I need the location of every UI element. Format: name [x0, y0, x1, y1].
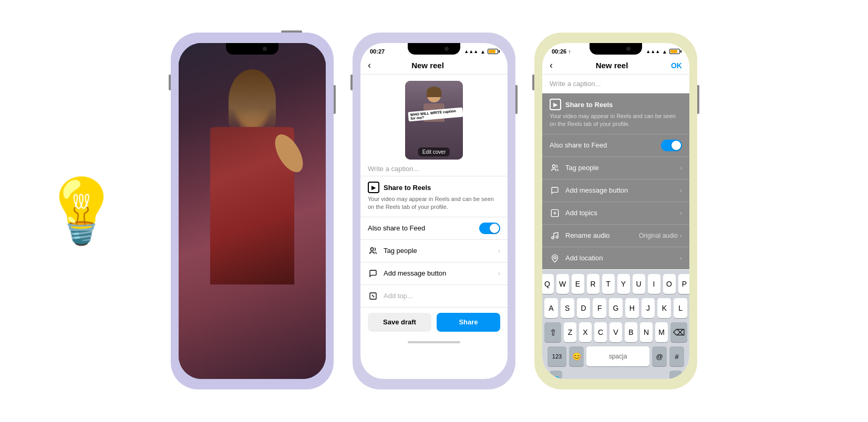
key-emoji[interactable]: 😊 [569, 346, 584, 366]
battery-icon-2 [488, 49, 498, 54]
side-button-left [169, 75, 171, 90]
key-J[interactable]: J [642, 298, 655, 318]
share-reels-section-3: ▶ Share to Reels Your video may appear i… [542, 93, 689, 134]
menu-item-topics-3[interactable]: Add topics › [542, 202, 689, 224]
key-row-5: 🌐 🎤 [544, 371, 687, 379]
caption-input-3[interactable]: Write a caption... [542, 75, 689, 93]
menu-item-tag-3[interactable]: Tag people › [542, 156, 689, 179]
phone1-wrapper [171, 33, 334, 389]
key-X[interactable]: X [579, 322, 592, 342]
toggle-row-3[interactable]: Also share to Feed [542, 134, 689, 156]
video-thumbnail-2[interactable]: WHO WILL WRITE caption for me? Edit cove… [405, 81, 463, 160]
partial-label: Add top... [384, 292, 413, 300]
audio-icon-3 [550, 230, 560, 241]
side-button-left-3 [532, 75, 534, 90]
tag-people-label-3: Tag people [565, 164, 599, 172]
key-S[interactable]: S [561, 298, 574, 318]
key-A[interactable]: A [544, 298, 558, 318]
key-U[interactable]: U [633, 274, 645, 294]
options-section-3: ▶ Share to Reels Your video may appear i… [542, 93, 689, 269]
key-V[interactable]: V [609, 322, 622, 342]
back-button-2[interactable]: ‹ [368, 60, 371, 71]
battery-fill-3 [670, 50, 677, 53]
battery-icon-3 [669, 49, 680, 54]
notch2 [408, 43, 460, 55]
key-hash[interactable]: # [669, 346, 684, 366]
share-reels-desc-3: Your video may appear in Reels and can b… [550, 112, 682, 129]
menu-item-msg-2[interactable]: Add message button › [360, 262, 508, 284]
key-globe[interactable]: 🌐 [550, 371, 562, 379]
key-Q[interactable]: Q [542, 274, 554, 294]
lightbulb-emoji: 💡 [42, 174, 121, 248]
audio-right: Original audio › [639, 232, 682, 239]
caption-area-2[interactable]: Write a caption... [360, 160, 508, 176]
chevron-msg-2: › [498, 270, 500, 277]
phone1-frame [171, 33, 334, 389]
back-button-3[interactable]: ‹ [550, 60, 553, 71]
key-123[interactable]: 123 [547, 346, 566, 366]
key-B[interactable]: B [625, 322, 637, 342]
edit-cover-button[interactable]: Edit cover [418, 147, 450, 156]
msg-btn-icon-2 [368, 268, 378, 279]
camera-dot2 [445, 47, 449, 51]
key-Z[interactable]: Z [564, 322, 576, 342]
key-T[interactable]: T [602, 274, 615, 294]
scene: 💡 [0, 0, 868, 422]
key-mic[interactable]: 🎤 [669, 371, 682, 379]
toggle-knob-3 [671, 141, 681, 150]
tag-people-label-2: Tag people [384, 247, 417, 255]
menu-item-left-audio: Rename audio [550, 230, 610, 241]
menu-item-left-msg-3: Add message button [550, 185, 628, 196]
chevron-tag-3: › [680, 164, 682, 172]
menu-item-audio-3[interactable]: Rename audio Original audio › [542, 224, 689, 247]
toggle-label-3: Also share to Feed [550, 141, 607, 149]
save-draft-button[interactable]: Save draft [368, 313, 431, 332]
key-C[interactable]: C [594, 322, 607, 342]
reels-icon-3: ▶ [550, 99, 561, 110]
key-F[interactable]: F [593, 298, 606, 318]
share-reels-header-3: ▶ Share to Reels [550, 99, 682, 110]
photo-background [179, 43, 326, 379]
key-G[interactable]: G [609, 298, 623, 318]
key-P[interactable]: P [678, 274, 690, 294]
phone1-screen [179, 43, 326, 379]
key-shift[interactable]: ⇧ [544, 322, 561, 342]
add-location-label: Add location [565, 254, 603, 262]
hair [427, 87, 441, 97]
key-at[interactable]: @ [652, 346, 667, 366]
key-M[interactable]: M [655, 322, 668, 342]
menu-item-location-3[interactable]: Add location › [542, 247, 689, 269]
feed-toggle-3[interactable] [661, 140, 682, 151]
menu-item-left-msg: Add message button [368, 268, 446, 279]
camera-dot3 [626, 47, 631, 51]
key-W[interactable]: W [556, 274, 569, 294]
toggle-row-2[interactable]: Also share to Feed [360, 217, 508, 239]
key-O[interactable]: O [663, 274, 676, 294]
key-K[interactable]: K [657, 298, 671, 318]
menu-item-partial-2: Add top... [360, 284, 508, 307]
key-space[interactable]: spacja [586, 346, 649, 366]
key-backspace[interactable]: ⌫ [670, 322, 687, 342]
key-Y[interactable]: Y [617, 274, 630, 294]
location-icon-3 [550, 253, 560, 263]
share-button[interactable]: Share [437, 313, 500, 332]
chevron-tag-2: › [498, 247, 500, 255]
wifi-icon-3: ▲ [662, 49, 667, 55]
key-D[interactable]: D [577, 298, 591, 318]
key-E[interactable]: E [572, 274, 584, 294]
menu-item-msg-3[interactable]: Add message button › [542, 179, 689, 202]
ok-button-3[interactable]: OK [671, 61, 682, 70]
menu-item-tag-2[interactable]: Tag people › [360, 239, 508, 262]
key-L[interactable]: L [674, 298, 687, 318]
audio-value: Original audio [639, 232, 678, 239]
key-I[interactable]: I [648, 274, 660, 294]
msg-btn-label-3: Add message button [565, 186, 628, 194]
key-R[interactable]: R [587, 274, 600, 294]
menu-item-left-topics: Add topics [550, 208, 597, 218]
key-H[interactable]: H [625, 298, 639, 318]
key-row-4: 123 😊 spacja @ # [544, 346, 687, 366]
feed-toggle-2[interactable] [479, 223, 500, 234]
svg-point-9 [554, 256, 556, 258]
key-N[interactable]: N [640, 322, 653, 342]
chevron-topics-3: › [680, 209, 682, 217]
